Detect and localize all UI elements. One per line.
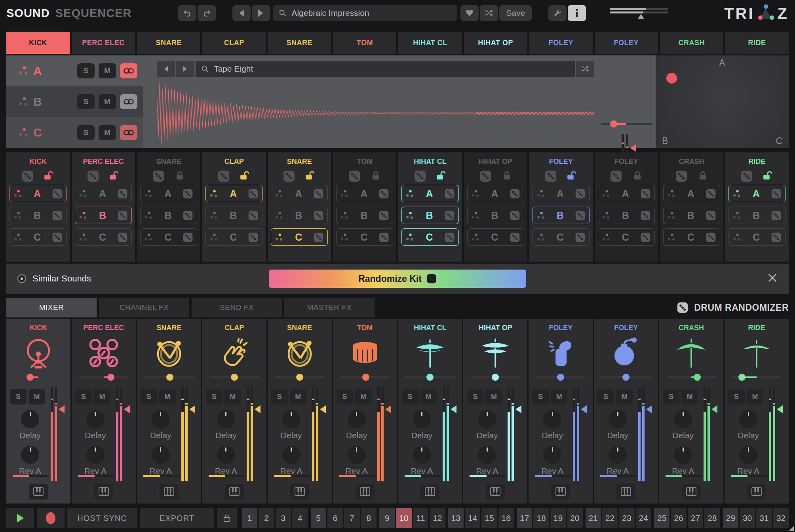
meter-marker[interactable] (320, 405, 326, 413)
grid-layer-b-snare-3[interactable]: B (140, 207, 197, 224)
meter-marker[interactable] (59, 405, 65, 413)
solo-button[interactable]: S (206, 389, 223, 405)
dice-icon[interactable] (706, 210, 716, 221)
keyboard-button[interactable] (356, 484, 375, 500)
track-tab-kick-1[interactable]: KICK (6, 32, 70, 54)
dice-icon[interactable] (248, 188, 259, 199)
dice-icon[interactable] (183, 232, 193, 243)
delay-knob[interactable] (601, 410, 634, 428)
lock-icon[interactable] (305, 171, 316, 182)
dice-icon[interactable] (183, 188, 193, 199)
delay-knob[interactable] (144, 410, 177, 428)
delay-knob[interactable] (340, 410, 373, 428)
mute-button[interactable]: M (224, 389, 241, 405)
keyboard-button[interactable] (225, 484, 244, 500)
track-tab-hihat-op-8[interactable]: HIHAT OP (464, 32, 527, 54)
dice-icon[interactable] (117, 210, 128, 221)
grid-layer-b-foley-10[interactable]: B (598, 207, 655, 224)
mute-button[interactable]: M (485, 389, 502, 405)
delay-knob[interactable] (405, 410, 439, 428)
dice-icon[interactable] (706, 232, 716, 243)
solo-button[interactable]: S (532, 389, 549, 405)
slider-handle[interactable] (557, 374, 564, 381)
dice-icon[interactable] (183, 210, 193, 221)
step-27[interactable]: 27 (688, 508, 703, 528)
channel-volume-slider[interactable] (14, 374, 63, 380)
lock-icon[interactable] (174, 171, 185, 182)
dice-icon[interactable] (510, 210, 520, 221)
grid-layer-c-perc-elec-2[interactable]: C (75, 228, 132, 246)
reverb-knob[interactable] (601, 446, 634, 464)
meter-marker[interactable] (124, 405, 130, 413)
grid-layer-c-foley-9[interactable]: C (533, 228, 590, 246)
dice-icon[interactable] (313, 188, 324, 199)
reverb-knob[interactable] (470, 446, 504, 464)
play-button[interactable] (6, 508, 34, 528)
delay-knob[interactable] (732, 410, 765, 428)
dice-icon[interactable] (706, 188, 716, 199)
meter-marker[interactable] (189, 405, 195, 413)
solo-button[interactable]: S (75, 389, 92, 405)
dice-icon[interactable] (283, 170, 295, 182)
keyboard-button[interactable] (682, 484, 701, 500)
channel-volume-slider[interactable] (340, 374, 390, 380)
slider-handle[interactable] (492, 374, 499, 381)
step-32[interactable]: 32 (773, 508, 789, 528)
next-sample-button[interactable] (176, 61, 194, 77)
resize-handle[interactable] (789, 526, 794, 531)
dice-icon[interactable] (313, 232, 324, 243)
dice-icon[interactable] (117, 232, 128, 243)
grid-layer-a-snare-5[interactable]: A (271, 185, 328, 202)
fx-tab-mixer[interactable]: MIXER (6, 298, 97, 317)
dice-icon[interactable] (575, 232, 586, 243)
keyboard-button[interactable] (551, 484, 570, 500)
dice-icon[interactable] (444, 210, 455, 221)
step-19[interactable]: 19 (550, 508, 566, 528)
dice-icon[interactable] (575, 210, 586, 221)
slider-handle[interactable] (296, 374, 303, 381)
link-button[interactable] (120, 125, 137, 140)
step-5[interactable]: 5 (311, 508, 326, 528)
lock-icon[interactable] (567, 171, 578, 182)
grid-layer-b-hihat-cl-7[interactable]: B (401, 207, 458, 224)
step-30[interactable]: 30 (740, 508, 755, 528)
track-tab-perc-elec-2[interactable]: PERC ELEC (72, 32, 135, 54)
grid-layer-c-crash-11[interactable]: C (663, 228, 720, 246)
step-29[interactable]: 29 (723, 508, 738, 528)
slider-handle[interactable] (426, 374, 434, 381)
dice-icon[interactable] (479, 170, 492, 182)
dice-icon[interactable] (152, 170, 165, 182)
keyboard-button[interactable] (420, 484, 439, 500)
keyboard-button[interactable] (747, 484, 766, 500)
step-26[interactable]: 26 (671, 508, 686, 528)
grid-layer-a-kick-1[interactable]: A (10, 185, 67, 202)
solo-button[interactable]: S (10, 389, 27, 405)
lock-icon[interactable] (697, 171, 708, 182)
track-tab-ride-12[interactable]: RIDE (725, 32, 789, 54)
step-28[interactable]: 28 (704, 508, 720, 528)
track-tab-hihat-cl-7[interactable]: HIHAT CL (398, 32, 462, 54)
grid-layer-c-hihat-op-8[interactable]: C (467, 228, 524, 246)
meter-marker[interactable] (255, 405, 261, 413)
solo-button[interactable]: S (728, 389, 745, 405)
meter-marker[interactable] (451, 405, 456, 413)
track-tab-foley-10[interactable]: FOLEY (595, 32, 658, 54)
solo-button[interactable]: S (77, 125, 95, 140)
mute-button[interactable]: M (420, 389, 437, 405)
solo-button[interactable]: S (467, 389, 483, 405)
mute-button[interactable]: M (681, 389, 698, 405)
mute-button[interactable]: M (159, 389, 176, 405)
dice-icon[interactable] (414, 170, 426, 182)
dice-icon[interactable] (740, 170, 753, 182)
meter-marker[interactable] (777, 405, 783, 413)
dice-icon[interactable] (378, 210, 389, 221)
dice-icon[interactable] (248, 232, 259, 243)
dice-icon[interactable] (640, 210, 651, 221)
lock-icon[interactable] (109, 171, 120, 182)
solo-button[interactable]: S (141, 389, 157, 405)
channel-volume-slider[interactable] (79, 374, 128, 380)
reverb-knob[interactable] (13, 446, 47, 464)
delay-knob[interactable] (536, 410, 569, 428)
close-randomizer-button[interactable] (767, 273, 778, 285)
settings-button[interactable] (548, 5, 567, 21)
